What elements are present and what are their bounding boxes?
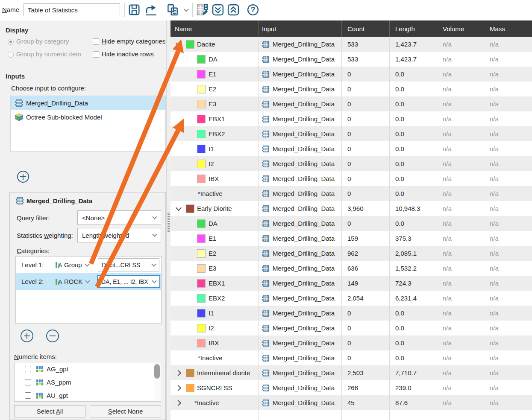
table-row[interactable]: E2 Merged_Drilling_Data 962 2,085.1 n/a …	[170, 246, 532, 261]
category-level-1-row[interactable]: Level 1: A Group Dacit...CRLSS	[16, 257, 161, 273]
scrollbar-thumb[interactable]	[154, 364, 160, 379]
column-header-length[interactable]: Length	[390, 20, 437, 37]
row-expander[interactable]	[175, 386, 182, 390]
table-row[interactable]: *Inactive Merged_Drilling_Data 0 0.0 n/a…	[170, 350, 532, 365]
row-expander[interactable]	[175, 326, 194, 330]
ag-gpt-checkbox[interactable]	[25, 366, 31, 372]
column-header-input[interactable]: Input	[259, 20, 342, 37]
table-row[interactable]	[170, 410, 532, 420]
category-color-swatch	[197, 324, 206, 332]
numeric-list-scrollbar[interactable]	[154, 363, 160, 400]
row-expander[interactable]	[175, 251, 194, 256]
table-row[interactable]: E2 Merged_Drilling_Data 0 0.0 n/a n/a	[170, 82, 532, 96]
table-row[interactable]: EBX1 Merged_Drilling_Data 0 0.0 n/a n/a	[170, 111, 532, 126]
row-expander[interactable]	[175, 266, 194, 271]
table-row[interactable]: DA Merged_Drilling_Data 0 0.0 n/a n/a	[170, 216, 532, 231]
level-1-column-dropdown[interactable]: Group	[64, 261, 96, 268]
query-filter-dropdown[interactable]: <None>	[77, 210, 161, 225]
select-none-button[interactable]: Select None	[90, 405, 161, 417]
mass-cell: n/a	[484, 96, 532, 111]
row-expander[interactable]	[175, 117, 194, 121]
hide-inactive-rows-label: Hide inactive rows	[102, 50, 154, 58]
table-row[interactable]: *Inactive Merged_Drilling_Data 45 87.6 n…	[170, 395, 532, 410]
table-row[interactable]: I1 Merged_Drilling_Data 0 0.0 n/a n/a	[170, 141, 532, 156]
table-row[interactable]: I2 Merged_Drilling_Data 0 0.0 n/a n/a	[170, 321, 532, 335]
row-expander[interactable]	[175, 281, 194, 286]
panel-splitter[interactable]	[167, 20, 170, 420]
name-cell: E2	[170, 246, 259, 261]
row-expander[interactable]	[175, 43, 182, 46]
as-ppm-checkbox[interactable]	[25, 379, 31, 385]
input-item-merged-drilling-data[interactable]: Merged_Drilling_Data	[11, 96, 165, 110]
au-gpt-checkbox[interactable]	[25, 392, 31, 399]
input-name: Merged_Drilling_Data	[273, 339, 335, 347]
row-expander[interactable]	[175, 341, 194, 345]
row-expander[interactable]	[175, 401, 182, 405]
table-row[interactable]: E1 Merged_Drilling_Data 159 375.3 n/a n/…	[170, 231, 532, 246]
statistics-weighting-dropdown[interactable]: Length weighted	[77, 228, 161, 242]
category-level-2-row[interactable]: Level 2: A ROCK DA, E1, ... I2, IBX	[16, 273, 161, 290]
column-header-count[interactable]: Count	[342, 20, 390, 37]
table-row[interactable]: I1 Merged_Drilling_Data 0 0.0 n/a n/a	[170, 306, 532, 321]
select-all-button[interactable]: Select All	[14, 405, 85, 417]
help-button[interactable]: ?	[246, 3, 260, 17]
table-row[interactable]: Early Diorite Merged_Drilling_Data 3,960…	[170, 201, 532, 216]
row-expander[interactable]	[175, 371, 182, 375]
row-expander[interactable]	[175, 147, 194, 151]
level-2-values-dropdown[interactable]: DA, E1, ... I2, IBX	[97, 275, 160, 288]
input-name: Merged_Drilling_Data	[273, 235, 335, 242]
level-2-column-dropdown[interactable]: ROCK	[64, 278, 96, 285]
numeric-item-ag-gpt[interactable]: AG_gpt	[15, 362, 161, 376]
table-name-input[interactable]	[24, 3, 120, 16]
table-row[interactable]: EBX2 Merged_Drilling_Data 2,054 6,231.4 …	[170, 291, 532, 306]
table-row[interactable]: Intermineral diorite Merged_Drilling_Dat…	[170, 365, 532, 380]
hide-empty-categories-checkbox[interactable]	[93, 38, 99, 45]
table-row[interactable]: IBX Merged_Drilling_Data 0 0.0 n/a n/a	[170, 335, 532, 350]
row-expander[interactable]	[175, 222, 194, 226]
copy-button[interactable]	[166, 3, 179, 17]
row-expander[interactable]	[175, 102, 194, 106]
row-expander[interactable]	[175, 207, 182, 210]
table-row[interactable]: IBX Merged_Drilling_Data 0 0.0 n/a n/a	[170, 171, 532, 186]
table-row[interactable]: EBX1 Merged_Drilling_Data 149 724.3 n/a …	[170, 276, 532, 291]
row-expander[interactable]	[175, 177, 194, 181]
table-row[interactable]: EBX2 Merged_Drilling_Data 0 0.0 n/a n/a	[170, 126, 532, 141]
svg-text:?: ?	[251, 6, 256, 14]
table-row[interactable]: SGNCRLSS Merged_Drilling_Data 266 239.0 …	[170, 380, 532, 395]
table-row[interactable]: Dacite Merged_Drilling_Data 533 1,423.7 …	[170, 37, 532, 52]
table-row[interactable]: E3 Merged_Drilling_Data 0 0.0 n/a n/a	[170, 96, 532, 111]
add-input-button[interactable]	[17, 171, 29, 183]
numeric-item-au-gpt[interactable]: AU_gpt	[15, 389, 161, 402]
level-1-values-dropdown[interactable]: Dacit...CRLSS	[98, 258, 159, 271]
row-expander[interactable]	[175, 162, 194, 166]
table-row[interactable]: E1 Merged_Drilling_Data 0 0.0 n/a n/a	[170, 67, 532, 82]
export-button[interactable]	[144, 3, 157, 17]
collapse-all-button[interactable]	[226, 3, 240, 17]
column-header-mass[interactable]: Mass	[484, 20, 532, 37]
row-expander[interactable]	[175, 296, 194, 300]
numeric-item-as-ppm[interactable]: AS_ppm	[15, 376, 161, 389]
table-row[interactable]: E3 Merged_Drilling_Data 636 1,532.2 n/a …	[170, 261, 532, 276]
hide-inactive-rows-checkbox[interactable]	[93, 51, 99, 58]
edit-statistics-table-button[interactable]	[195, 3, 209, 17]
remove-category-level-button[interactable]	[46, 330, 59, 342]
row-expander[interactable]	[175, 311, 194, 315]
mass-cell: n/a	[484, 291, 532, 306]
row-expander[interactable]	[175, 72, 194, 76]
row-expander[interactable]	[175, 192, 194, 196]
row-expander[interactable]	[175, 132, 194, 136]
table-row[interactable]: DA Merged_Drilling_Data 533 1,423.7 n/a …	[170, 52, 532, 67]
add-category-level-button[interactable]	[21, 330, 33, 342]
row-expander[interactable]	[175, 57, 194, 61]
row-expander[interactable]	[175, 236, 194, 241]
column-header-volume[interactable]: Volume	[437, 20, 484, 37]
copy-menu-chevron-icon[interactable]	[184, 7, 188, 12]
row-expander[interactable]	[175, 356, 194, 360]
input-item-octree-model[interactable]: Octree Sub-blocked Model	[11, 110, 165, 124]
expand-all-button[interactable]	[211, 3, 225, 17]
table-row[interactable]: I2 Merged_Drilling_Data 0 0.0 n/a n/a	[170, 156, 532, 171]
row-expander[interactable]	[175, 87, 194, 91]
table-row[interactable]: *Inactive Merged_Drilling_Data 0 0.0 n/a…	[170, 186, 532, 201]
column-header-name[interactable]: Name	[170, 20, 259, 37]
save-button[interactable]	[127, 3, 141, 17]
